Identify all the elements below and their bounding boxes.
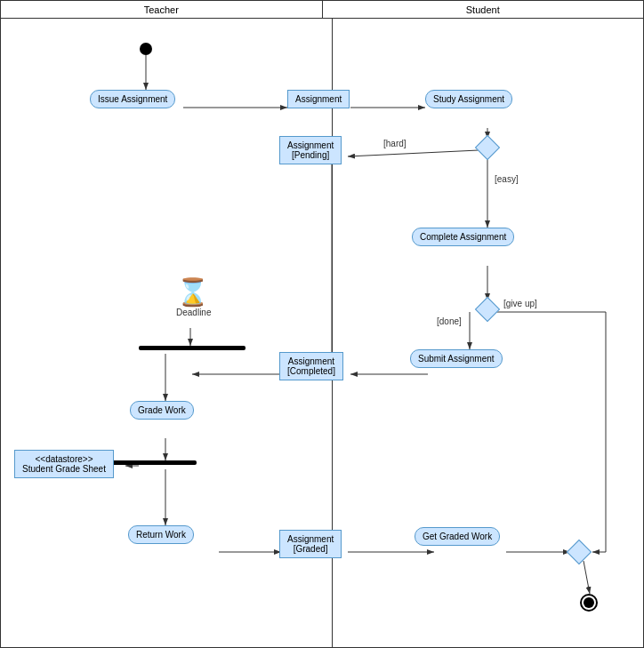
- student-grade-sheet-node: <<datastore>>Student Grade Sheet: [14, 450, 114, 478]
- swimlane-student: Student: [323, 1, 644, 18]
- deadline-label: Deadline: [176, 308, 211, 317]
- final-node: [580, 594, 598, 612]
- initial-node: [140, 43, 152, 55]
- hard-label: [hard]: [383, 139, 407, 148]
- swimlane-header: Teacher Student: [1, 1, 643, 19]
- diamond1: [475, 135, 500, 160]
- fork-bar-1: [139, 346, 246, 350]
- assignment-graded-label: Assignment[Graded]: [279, 530, 342, 558]
- assignment-label: Assignment: [287, 90, 350, 108]
- give-up-label: [give up]: [503, 299, 537, 308]
- get-graded-work-label: Get Graded Work: [415, 527, 500, 546]
- deadline-icon: ⌛: [176, 276, 209, 308]
- issue-assignment-node: Issue Assignment: [90, 90, 175, 108]
- return-work-node: Return Work: [128, 525, 194, 544]
- student-grade-sheet-label: <<datastore>>Student Grade Sheet: [14, 450, 114, 478]
- done-label: [done]: [437, 316, 462, 326]
- complete-assignment-label: Complete Assignment: [412, 228, 514, 246]
- get-graded-work-node: Get Graded Work: [415, 527, 500, 546]
- return-work-label: Return Work: [128, 525, 194, 544]
- issue-assignment-label: Issue Assignment: [90, 90, 175, 108]
- easy-label: [easy]: [495, 174, 519, 184]
- submit-assignment-node: Submit Assignment: [410, 349, 503, 368]
- study-assignment-node: Study Assignment: [425, 90, 512, 108]
- diamond3: [567, 540, 592, 564]
- assignment-pending-node: Assignment[Pending]: [279, 136, 342, 164]
- study-assignment-label: Study Assignment: [425, 90, 512, 108]
- diagram-container: Teacher Student: [0, 0, 644, 648]
- svg-line-5: [348, 150, 479, 156]
- swimlane-teacher: Teacher: [1, 1, 323, 18]
- grade-work-node: Grade Work: [130, 401, 194, 420]
- assignment-completed-node: Assignment[Completed]: [279, 352, 343, 380]
- complete-assignment-node: Complete Assignment: [412, 228, 514, 246]
- grade-work-label: Grade Work: [130, 401, 194, 420]
- assignment-node: Assignment: [287, 90, 350, 108]
- assignment-graded-node: Assignment[Graded]: [279, 530, 342, 558]
- assignment-completed-label: Assignment[Completed]: [279, 352, 343, 380]
- submit-assignment-label: Submit Assignment: [410, 349, 503, 368]
- assignment-pending-label: Assignment[Pending]: [279, 136, 342, 164]
- svg-line-19: [584, 561, 590, 594]
- diamond2: [475, 297, 500, 322]
